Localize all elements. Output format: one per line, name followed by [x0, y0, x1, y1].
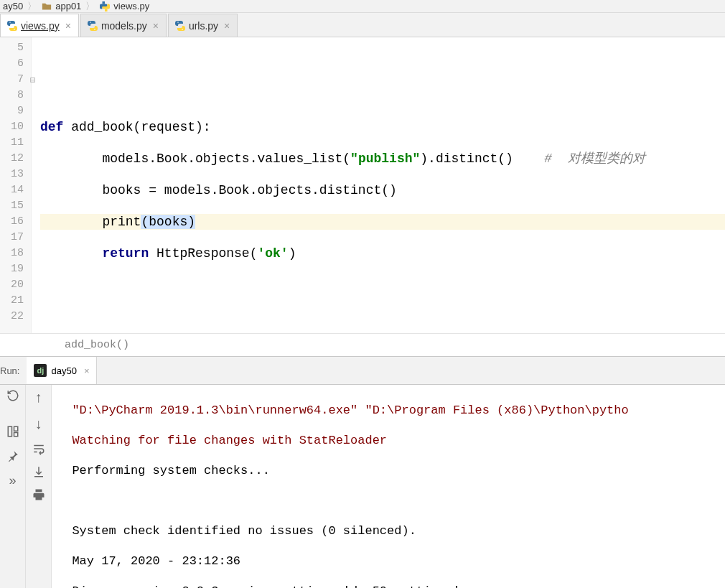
- console-line: Performing system checks...: [57, 463, 725, 478]
- more-icon[interactable]: »: [9, 474, 16, 487]
- line-number: 11: [0, 135, 24, 151]
- up-arrow-icon[interactable]: ↑: [35, 389, 42, 406]
- line-number: 16: [0, 214, 24, 230]
- svg-point-4: [177, 22, 179, 23]
- folder-icon: [41, 1, 52, 12]
- console-line: [57, 493, 725, 508]
- rerun-icon[interactable]: [6, 389, 19, 402]
- soft-wrap-icon[interactable]: [32, 442, 45, 455]
- code-area[interactable]: def add_book(request): models.Book.objec…: [40, 37, 725, 333]
- run-panel-body: » ↑ ↓ "D:\PyCharm 2019.1.3\bin\runnerw64…: [0, 385, 725, 588]
- line-number: 21: [0, 293, 24, 309]
- svg-rect-6: [8, 426, 11, 437]
- crumb-app[interactable]: app01: [55, 1, 81, 11]
- pin-icon[interactable]: [6, 449, 19, 462]
- line-number: 13: [0, 167, 24, 182]
- chevron-right-icon: 〉: [85, 0, 95, 13]
- crumb-file[interactable]: views.py: [113, 1, 149, 11]
- console-output[interactable]: "D:\PyCharm 2019.1.3\bin\runnerw64.exe" …: [52, 385, 725, 588]
- line-number: 18: [0, 246, 24, 261]
- run-tab-label: day50: [51, 365, 76, 376]
- svg-rect-7: [14, 426, 17, 431]
- code-line-current: print(books): [40, 214, 725, 230]
- chevron-right-icon: 〉: [27, 0, 37, 13]
- line-number: 10: [0, 119, 24, 135]
- code-editor[interactable]: 5678910111213141516171819202122 ⊟ def ad…: [0, 37, 725, 333]
- editor-tab-views[interactable]: views.py ×: [0, 14, 79, 37]
- line-number: 6: [0, 56, 24, 72]
- line-number: 8: [0, 88, 24, 103]
- crumb-project[interactable]: ay50: [3, 1, 23, 11]
- python-file-icon: [87, 20, 98, 32]
- run-label: Run:: [0, 365, 27, 376]
- line-number: 19: [0, 261, 24, 277]
- line-number: 9: [0, 103, 24, 119]
- code-line: [40, 88, 725, 103]
- run-tab[interactable]: dj day50 ×: [27, 357, 97, 384]
- line-number: 22: [0, 309, 24, 325]
- svg-rect-8: [14, 433, 17, 437]
- python-file-icon: [174, 20, 186, 32]
- line-number: 7: [0, 72, 24, 88]
- code-line: models.Book.objects.values_list("publish…: [40, 151, 725, 167]
- run-tool-column-left: »: [0, 385, 26, 588]
- code-line: def add_book(request):: [40, 119, 725, 135]
- tab-label: models.py: [101, 20, 147, 32]
- console-line: May 17, 2020 - 23:12:36: [57, 554, 725, 569]
- down-arrow-icon[interactable]: ↓: [35, 416, 42, 432]
- line-number: 5: [0, 40, 24, 56]
- python-file-icon: [99, 1, 111, 12]
- run-tool-column-right: ↑ ↓: [26, 385, 52, 588]
- close-icon[interactable]: ×: [84, 365, 90, 376]
- scroll-to-end-icon[interactable]: [32, 465, 45, 478]
- code-line: [40, 56, 725, 72]
- close-icon[interactable]: ×: [153, 21, 159, 31]
- tab-label: urls.py: [189, 20, 218, 32]
- line-number: 15: [0, 198, 24, 214]
- svg-point-5: [182, 29, 183, 30]
- fold-collapse-icon[interactable]: ⊟: [30, 75, 35, 85]
- console-line: Watching for file changes with StatReloa…: [57, 433, 725, 448]
- tab-label: views.py: [21, 20, 60, 32]
- python-file-icon: [6, 20, 18, 32]
- line-gutter: 5678910111213141516171819202122: [0, 37, 32, 333]
- svg-point-2: [90, 22, 91, 23]
- line-number: 12: [0, 151, 24, 167]
- structure-crumb[interactable]: add_book(): [0, 333, 725, 356]
- print-icon[interactable]: [32, 488, 45, 501]
- line-number: 17: [0, 230, 24, 246]
- close-icon[interactable]: ×: [224, 21, 230, 31]
- selection: (books): [141, 215, 195, 229]
- console-line: System check identified no issues (0 sil…: [57, 523, 725, 538]
- layout-icon[interactable]: [6, 425, 19, 438]
- svg-point-0: [9, 22, 11, 23]
- line-number: 20: [0, 277, 24, 293]
- console-line: "D:\PyCharm 2019.1.3\bin\runnerw64.exe" …: [57, 403, 725, 418]
- code-line: return HttpResponse('ok'): [40, 246, 725, 261]
- django-icon: dj: [34, 364, 47, 377]
- fold-column: ⊟: [32, 37, 40, 333]
- svg-point-1: [14, 29, 15, 30]
- editor-tab-bar: views.py × models.py × urls.py ×: [0, 13, 725, 37]
- console-line: Django version 2.2.3, using settings 'da…: [57, 584, 725, 588]
- code-line: books = models.Book.objects.distinct(): [40, 182, 725, 198]
- close-icon[interactable]: ×: [65, 21, 71, 31]
- line-number: 14: [0, 182, 24, 198]
- svg-point-3: [94, 29, 95, 30]
- editor-tab-urls[interactable]: urls.py ×: [168, 14, 238, 37]
- breadcrumb-bar: ay50 〉 app01 〉 views.py: [0, 0, 725, 13]
- run-panel-header: Run: dj day50 ×: [0, 356, 725, 385]
- editor-tab-models[interactable]: models.py ×: [80, 14, 167, 37]
